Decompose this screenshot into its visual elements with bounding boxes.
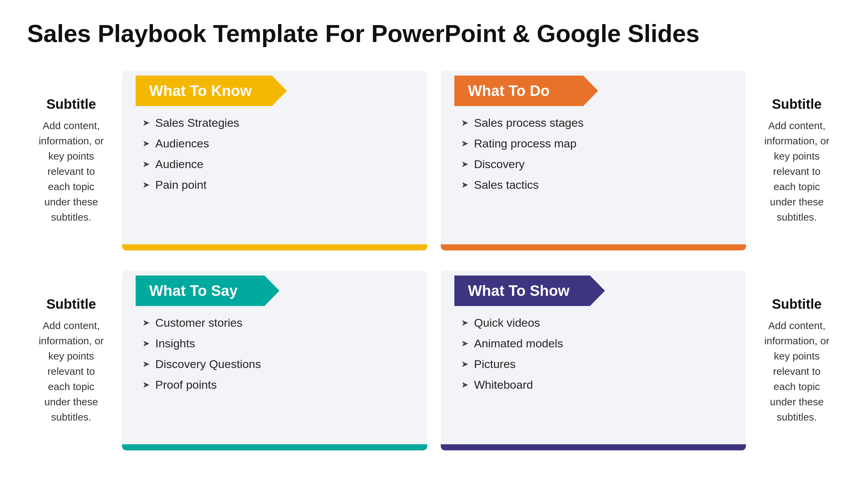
sidebar-top-left-body: Add content, information, or key points …	[37, 118, 105, 225]
list-item: Proof points	[142, 378, 410, 391]
list-item: Rating process map	[461, 137, 729, 150]
card-do-list: Sales process stages Rating process map …	[461, 116, 729, 191]
card-do-header: What To Do	[441, 76, 746, 106]
card-do-body: Sales process stages Rating process map …	[441, 106, 746, 244]
card-say-title: What To Say	[149, 282, 238, 299]
card-know-body: Sales Strategies Audiences Audience Pain…	[122, 106, 427, 244]
page-title: Sales Playbook Template For PowerPoint &…	[27, 20, 841, 47]
card-do-title: What To Do	[468, 82, 550, 99]
sidebar-top-right: Subtitle Add content, information, or ke…	[753, 67, 841, 254]
sidebar-top-right-title: Subtitle	[772, 97, 822, 112]
card-know: What To Know Sales Strategies Audiences …	[122, 71, 427, 250]
card-show: What To Show Quick videos Animated model…	[441, 271, 746, 450]
card-say: What To Say Customer stories Insights Di…	[122, 271, 427, 450]
card-say-footer	[122, 444, 427, 450]
sidebar-top-left-title: Subtitle	[46, 97, 96, 112]
list-item: Pictures	[461, 358, 729, 371]
list-item: Sales process stages	[461, 116, 729, 129]
sidebar-bot-right: Subtitle Add content, information, or ke…	[753, 267, 841, 454]
card-say-header: What To Say	[122, 276, 427, 306]
list-item: Audiences	[142, 137, 410, 150]
card-do-footer	[441, 244, 746, 250]
list-item: Insights	[142, 337, 410, 350]
sidebar-bot-left: Subtitle Add content, information, or ke…	[27, 267, 115, 454]
list-item: Whiteboard	[461, 378, 729, 391]
card-show-title: What To Show	[468, 282, 570, 299]
list-item: Sales Strategies	[142, 116, 410, 129]
card-say-body: Customer stories Insights Discovery Ques…	[122, 306, 427, 444]
card-show-list: Quick videos Animated models Pictures Wh…	[461, 316, 729, 391]
sidebar-bot-left-body: Add content, information, or key points …	[37, 318, 105, 425]
list-item: Audience	[142, 158, 410, 171]
card-show-arrow: What To Show	[454, 276, 590, 306]
card-show-body: Quick videos Animated models Pictures Wh…	[441, 306, 746, 444]
card-show-footer	[441, 444, 746, 450]
card-know-list: Sales Strategies Audiences Audience Pain…	[142, 116, 410, 191]
card-know-title: What To Know	[149, 82, 252, 99]
list-item: Sales tactics	[461, 178, 729, 191]
list-item: Animated models	[461, 337, 729, 350]
card-know-header: What To Know	[122, 76, 427, 106]
card-say-arrow: What To Say	[136, 276, 264, 306]
card-know-arrow: What To Know	[136, 76, 272, 106]
sidebar-bot-right-body: Add content, information, or key points …	[763, 318, 831, 425]
list-item: Quick videos	[461, 316, 729, 329]
sidebar-bot-right-title: Subtitle	[772, 297, 822, 312]
main-grid: Subtitle Add content, information, or ke…	[27, 67, 841, 454]
sidebar-top-left: Subtitle Add content, information, or ke…	[27, 67, 115, 254]
card-show-header: What To Show	[441, 276, 746, 306]
list-item: Discovery	[461, 158, 729, 171]
sidebar-bot-left-title: Subtitle	[46, 297, 96, 312]
list-item: Pain point	[142, 178, 410, 191]
card-know-footer	[122, 244, 427, 250]
card-do-arrow: What To Do	[454, 76, 583, 106]
list-item: Customer stories	[142, 316, 410, 329]
card-do: What To Do Sales process stages Rating p…	[441, 71, 746, 250]
sidebar-top-right-body: Add content, information, or key points …	[763, 118, 831, 225]
card-say-list: Customer stories Insights Discovery Ques…	[142, 316, 410, 391]
list-item: Discovery Questions	[142, 358, 410, 371]
